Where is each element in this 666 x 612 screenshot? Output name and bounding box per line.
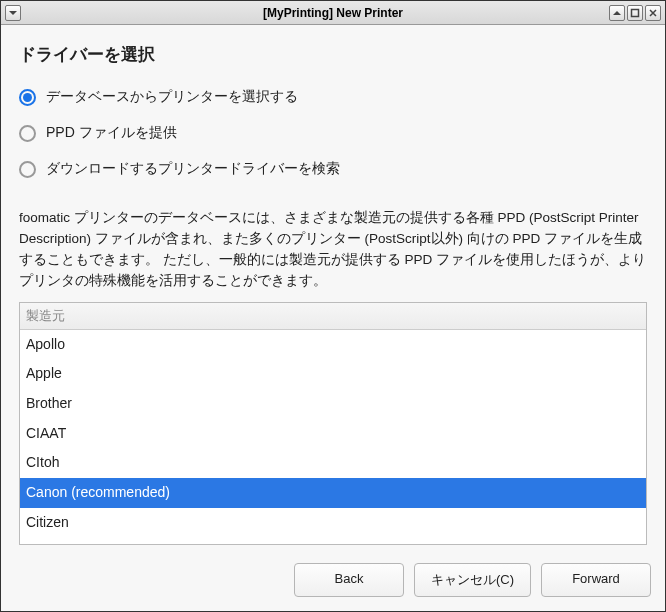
radio-label: データベースからプリンターを選択する	[46, 88, 298, 106]
titlebar: [MyPrinting] New Printer	[1, 1, 665, 25]
svg-rect-0	[632, 9, 639, 16]
manufacturer-list: 製造元 ApolloAppleBrotherCIAATCItohCanon (r…	[19, 302, 647, 545]
radio-icon	[19, 161, 36, 178]
rollup-icon[interactable]	[609, 5, 625, 21]
list-body[interactable]: ApolloAppleBrotherCIAATCItohCanon (recom…	[20, 330, 646, 544]
back-button[interactable]: Back	[294, 563, 404, 597]
list-item[interactable]: Compaq	[20, 538, 646, 545]
driver-source-radios: データベースからプリンターを選択する PPD ファイルを提供 ダウンロードするプ…	[19, 82, 647, 196]
window-title: [MyPrinting] New Printer	[1, 6, 665, 20]
radio-label: ダウンロードするプリンタードライバーを検索	[46, 160, 340, 178]
list-item[interactable]: Apollo	[20, 330, 646, 360]
list-item[interactable]: Canon (recommended)	[20, 478, 646, 508]
radio-label: PPD ファイルを提供	[46, 124, 177, 142]
dialog-content: ドライバーを選択 データベースからプリンターを選択する PPD ファイルを提供 …	[1, 25, 665, 553]
list-item[interactable]: CIAAT	[20, 419, 646, 449]
forward-button[interactable]: Forward	[541, 563, 651, 597]
radio-select-from-database[interactable]: データベースからプリンターを選択する	[19, 88, 647, 106]
maximize-icon[interactable]	[627, 5, 643, 21]
radio-download-driver[interactable]: ダウンロードするプリンタードライバーを検索	[19, 160, 647, 178]
list-column-header[interactable]: 製造元	[20, 303, 646, 330]
radio-provide-ppd[interactable]: PPD ファイルを提供	[19, 124, 647, 142]
window-root: [MyPrinting] New Printer ドライバーを選択 データベース…	[0, 0, 666, 612]
cancel-button[interactable]: キャンセル(C)	[414, 563, 531, 597]
list-item[interactable]: Brother	[20, 389, 646, 419]
list-item[interactable]: Citizen	[20, 508, 646, 538]
radio-icon	[19, 125, 36, 142]
window-menu-icon[interactable]	[5, 5, 21, 21]
description-text: foomatic プリンターのデータベースには、さまざまな製造元の提供する各種 …	[19, 208, 647, 292]
radio-icon	[19, 89, 36, 106]
page-title: ドライバーを選択	[19, 43, 647, 66]
list-item[interactable]: CItoh	[20, 448, 646, 478]
dialog-footer: Back キャンセル(C) Forward	[1, 553, 665, 611]
close-icon[interactable]	[645, 5, 661, 21]
list-item[interactable]: Apple	[20, 359, 646, 389]
